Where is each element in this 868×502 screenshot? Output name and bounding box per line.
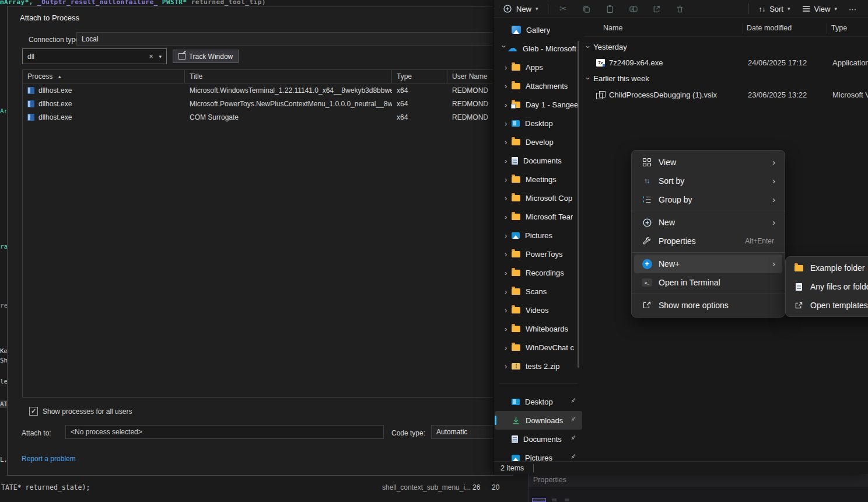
file-type: Microsoft Vi [832,90,868,99]
file-icon [793,283,804,291]
cut-button[interactable]: ✂ [552,1,575,16]
sidebar-item-pictures[interactable]: ›Pictures [495,226,582,245]
group-header-yesterday[interactable]: › Yesterday [587,41,627,53]
sidebar-item-develop[interactable]: ›Develop [495,133,582,151]
sidebar-item-desktop-pinned[interactable]: Desktop [495,392,582,411]
chevron-right-icon[interactable]: › [505,138,512,147]
sidebar-item-recordings[interactable]: ›Recordings [495,263,582,282]
chevron-right-icon[interactable]: › [505,343,512,352]
track-window-button[interactable]: Track Window [173,50,239,63]
chevron-right-icon[interactable]: › [505,175,512,184]
sidebar-item-meetings[interactable]: ›Meetings [495,170,582,189]
connection-type-select[interactable]: Local [76,32,509,46]
sidebar-item-label: Downloads [526,416,563,425]
sidebar-item-whiteboards[interactable]: ›Whiteboards [495,319,582,338]
sidebar-item-tests-zip[interactable]: ›tests 2.zip [495,357,582,375]
chevron-right-icon[interactable]: › [505,82,512,90]
chevron-right-icon[interactable]: › [505,63,512,72]
menu-item-label: Open in Terminal [659,278,720,287]
submenu-item-example-folder[interactable]: Example folder [788,259,868,277]
share-button[interactable] [645,1,668,16]
sidebar-scrollbar[interactable] [578,41,579,368]
chevron-right-icon[interactable]: › [505,119,512,128]
sidebar-item-documents-pinned[interactable]: Documents [495,430,582,448]
menu-item-view[interactable]: View › [634,153,782,172]
process-type: x64 [392,113,447,121]
new-button[interactable]: New ▾ [497,1,544,16]
delete-button[interactable] [668,1,692,16]
copy-button[interactable] [575,1,598,16]
sort-button[interactable]: ↑↓ Sort ▾ [752,1,796,16]
column-header-date[interactable]: Date modified [747,24,792,32]
chevron-down-icon[interactable]: › [584,77,593,79]
menu-item-properties[interactable]: Properties Alt+Enter [634,232,782,250]
chevron-right-icon[interactable]: › [505,306,512,315]
sidebar-item-downloads[interactable]: Downloads [495,411,582,430]
chevron-right-icon[interactable]: › [505,362,512,371]
view-button[interactable]: View ▾ [796,1,843,16]
sidebar-item-desktop[interactable]: ›Desktop [495,114,582,133]
column-header-name[interactable]: Name [603,24,622,32]
column-label: Process [27,72,52,81]
chevron-right-icon[interactable]: › [505,156,512,165]
column-divider[interactable] [827,23,827,34]
sidebar-item-documents[interactable]: ›Documents [495,151,582,170]
show-all-users-checkbox[interactable]: ✓ [29,407,38,416]
column-header-process[interactable]: Process ▲ [23,70,185,83]
submenu-item-any-files[interactable]: Any files or folde [788,277,868,296]
chevron-right-icon[interactable]: › [505,231,512,240]
sidebar-item-microsoft-teams[interactable]: ›Microsoft Tear [495,207,582,226]
column-header-title[interactable]: Title [185,70,392,83]
group-header-earlier[interactable]: › Earlier this week [587,72,649,84]
table-row[interactable]: dllhost.exe Microsoft.WindowsTerminal_1.… [23,83,508,97]
chevron-down-icon[interactable]: › [500,45,509,52]
table-row[interactable]: dllhost.exe Microsoft.PowerToys.NewPlusC… [23,97,508,110]
clear-filter-icon[interactable]: × [149,53,153,61]
document-icon [512,435,518,443]
file-row[interactable]: ChildProcessDebugging (1).vsix 23/06/202… [584,88,868,102]
menu-item-show-more-options[interactable]: Show more options [634,296,782,315]
sidebar-item-label: Videos [526,306,549,315]
more-options-button[interactable]: ··· [843,1,862,16]
focused-toolbar-button[interactable] [532,498,546,502]
chevron-right-icon[interactable]: › [505,194,512,203]
sidebar-item-apps[interactable]: ›Apps [495,58,582,76]
chevron-right-icon[interactable]: › [505,325,512,333]
sidebar-item-gallery[interactable]: Gallery [495,20,582,39]
menu-item-sort-by[interactable]: ↑↓ Sort by › [634,172,782,190]
svg-text:A: A [631,6,634,11]
sidebar-item-day1[interactable]: ›Day 1 - Sangee [495,95,582,114]
plus-circle-icon [503,4,512,13]
menu-item-new-plus[interactable]: + New+ › [634,255,782,273]
process-filter-input[interactable]: dll × ▾ [22,48,167,64]
sidebar-item-attachments[interactable]: ›Attachments [495,76,582,95]
menu-item-open-in-terminal[interactable]: >_ Open in Terminal [634,273,782,292]
new-plus-icon: + [641,259,653,269]
attach-to-field[interactable]: <No process selected> [65,425,384,439]
menu-item-new[interactable]: New › [634,213,782,232]
sidebar-item-scans[interactable]: ›Scans [495,282,582,301]
sidebar-item-microsoft-copilot[interactable]: ›Microsoft Cop [495,189,582,207]
paste-button[interactable] [598,1,622,16]
chevron-down-icon[interactable]: › [584,46,593,48]
vs-breadcrumb-symbol[interactable]: shell_context_sub_menu_i... [382,483,471,491]
sidebar-item-onedrive[interactable]: › ☁ Gleb - Microsoft [495,39,582,58]
chevron-right-icon[interactable]: › [505,212,512,221]
chevron-right-icon[interactable]: › [505,269,512,277]
column-divider[interactable] [743,23,743,34]
rename-button[interactable]: A [622,1,645,16]
report-problem-link[interactable]: Report a problem [22,455,76,463]
menu-item-group-by[interactable]: Group by › [634,190,782,209]
submenu-item-open-templates[interactable]: Open templates [788,296,868,315]
sidebar-item-label: Meetings [526,175,556,184]
file-row[interactable]: 7z 7z2409-x64.exe 24/06/2025 17:12 Appli… [584,56,868,70]
sidebar-item-windevchat[interactable]: ›WinDevChat c [495,338,582,357]
column-header-type[interactable]: Type [392,70,447,83]
column-header-type[interactable]: Type [831,24,847,32]
chevron-right-icon[interactable]: › [505,250,512,259]
chevron-right-icon[interactable]: › [505,287,512,296]
sidebar-item-powertoys[interactable]: ›PowerToys [495,245,582,263]
sidebar-item-videos[interactable]: ›Videos [495,301,582,319]
table-row[interactable]: dllhost.exe COM Surrogate x64 REDMOND [23,110,508,124]
filter-dropdown-icon[interactable]: ▾ [159,54,162,60]
